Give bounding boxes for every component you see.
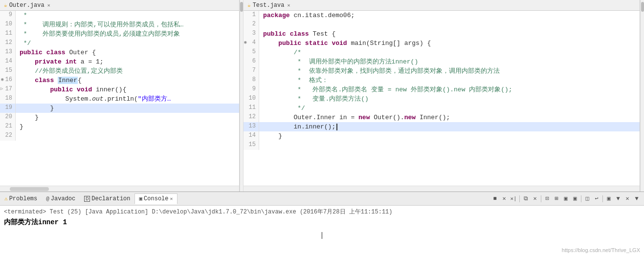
line-content: } xyxy=(259,131,640,141)
editor-area: ☕ Outer.java ✕ 9 * 10 * 调用规则：内部类,可以使用外部类… xyxy=(0,0,644,191)
open-console-button[interactable]: ◫ xyxy=(583,194,592,203)
line-content: * 依靠外部类对象，找到内部类，通过内部类对象，调用内部类的方法 xyxy=(259,66,640,76)
output-text: 内部类方法inner 1 xyxy=(4,218,67,226)
right-editor-pane: ☕ Test.java ✕ 1 package cn.itast.demo06;… xyxy=(244,0,640,191)
table-row: 13 public class Outer { xyxy=(0,48,239,57)
line-number: 18 xyxy=(0,94,16,104)
right-editor-tab[interactable]: ☕ Test.java ✕ xyxy=(244,0,640,11)
console-tab-close[interactable]: ✕ xyxy=(170,196,173,202)
close-console-button[interactable]: ✕ xyxy=(500,194,509,203)
maximize-button[interactable]: ▼ xyxy=(632,194,641,203)
line-number: 15 xyxy=(0,66,16,76)
table-row: 9 * 外部类名.内部类名 变量 = new 外部类对象().new 内部类对象… xyxy=(244,85,640,94)
line-number: 22 xyxy=(0,131,16,141)
bottom-tabs-bar: ⚠ Problems @ Javadoc D Declaration ▣ Con… xyxy=(0,192,644,206)
minimize-button[interactable]: ✕ xyxy=(623,194,632,203)
line-content: * 调用外部类中的内部类的方法inner() xyxy=(259,57,640,66)
table-row: 6 * 调用外部类中的内部类的方法inner() xyxy=(244,57,640,66)
line-content: } xyxy=(16,113,239,122)
line-number: 16◉ xyxy=(0,76,16,85)
line-content xyxy=(259,141,640,150)
pin-button[interactable]: ✕ xyxy=(531,194,539,203)
line-content: * 格式： xyxy=(259,76,640,85)
right-h-scrollbar[interactable] xyxy=(244,186,640,191)
scroll-lock-button[interactable]: ⊡ xyxy=(543,194,552,203)
console-cursor[interactable]: | xyxy=(320,232,324,239)
right-tab-label[interactable]: Test.java xyxy=(253,2,285,9)
show-console-button[interactable]: ▣ xyxy=(561,194,570,203)
declaration-icon: D xyxy=(84,196,90,202)
table-row: 4◉ public static void main(String[] args… xyxy=(244,39,640,48)
left-editor-pane: ☕ Outer.java ✕ 9 * 10 * 调用规则：内部类,可以使用外部类… xyxy=(0,0,240,191)
remove-button[interactable]: ✕| xyxy=(509,194,518,203)
right-code-area[interactable]: 1 package cn.itast.demo06; 2 3 public cl… xyxy=(244,11,640,186)
table-row: 18 System.out.println("内部类方… xyxy=(0,94,239,104)
divider3 xyxy=(581,195,581,202)
tab-declaration[interactable]: D Declaration xyxy=(80,193,134,204)
right-tab-close[interactable]: ✕ xyxy=(287,2,290,8)
line-number: 6 xyxy=(244,57,259,66)
table-row: 9 * xyxy=(0,11,239,20)
console-content: <terminated> Test (25) [Java Application… xyxy=(0,206,644,255)
line-number: 2 xyxy=(244,20,259,29)
line-number: 12 xyxy=(244,113,259,122)
show-console2-button[interactable]: ▣ xyxy=(571,194,579,203)
tab-javadoc[interactable]: @ Javadoc xyxy=(42,193,80,204)
word-wrap-button[interactable]: ⊞ xyxy=(552,194,561,203)
line-number: 4◉ xyxy=(244,39,259,48)
line-number: 21 xyxy=(0,122,16,131)
view-menu-button[interactable]: ▼ xyxy=(614,194,622,203)
left-editor-tab[interactable]: ☕ Outer.java ✕ xyxy=(0,0,239,11)
line-number: 10 xyxy=(0,20,16,29)
tab-javadoc-label: Javadoc xyxy=(51,195,75,202)
right-v-scrollbar[interactable] xyxy=(640,0,644,191)
java-file-icon: ☕ xyxy=(4,2,7,8)
problems-icon: ⚠ xyxy=(4,195,8,202)
java-file-icon-right: ☕ xyxy=(247,2,251,8)
line-number: 9 xyxy=(0,11,16,20)
left-v-scrollbar[interactable] xyxy=(240,0,244,191)
bottom-panel: ⚠ Problems @ Javadoc D Declaration ▣ Con… xyxy=(0,191,644,255)
line-number: 3 xyxy=(244,29,259,39)
line-content: //外部类成员位置,定义内部类 xyxy=(16,66,239,76)
divider xyxy=(519,195,520,202)
line-content: * 外部类名.内部类名 变量 = new 外部类对象().new 内部类对象()… xyxy=(259,85,640,94)
left-code-area[interactable]: 9 * 10 * 调用规则：内部类,可以使用外部类成员，包括私… 11 * 外部… xyxy=(0,11,239,186)
table-row: 13 in.inner(); xyxy=(244,122,640,131)
stop-button[interactable]: ■ xyxy=(490,194,499,203)
line-content: } xyxy=(16,104,239,113)
line-number: 7 xyxy=(244,66,259,76)
left-h-scrollbar[interactable] xyxy=(0,186,239,191)
table-row: 10 * 变量.内部类方法() xyxy=(244,94,640,104)
left-tab-label[interactable]: Outer.java xyxy=(9,2,44,9)
table-row: 14 private int a = 1; xyxy=(0,57,239,66)
tab-problems[interactable]: ⚠ Problems xyxy=(0,193,42,204)
line-content: * 调用规则：内部类,可以使用外部类成员，包括私… xyxy=(16,20,239,29)
console-toolbar: ■ ✕ ✕| ⧉ ✕ ⊡ ⊞ ▣ ▣ ◫ ↩ ▣ ▼ ✕ ▼ xyxy=(490,194,644,203)
table-row: 17▷ public void inner(){ xyxy=(0,85,239,94)
tab-console[interactable]: ▣ Console ✕ xyxy=(134,193,177,204)
line-content xyxy=(16,131,239,141)
right-code-lines: 1 package cn.itast.demo06; 2 3 public cl… xyxy=(244,11,640,150)
left-tab-close[interactable]: ✕ xyxy=(47,2,50,8)
divider4 xyxy=(602,195,603,202)
console-output-area[interactable]: <terminated> Test (25) [Java Application… xyxy=(0,206,644,255)
line-number: 13 xyxy=(244,122,259,131)
line-content: package cn.itast.demo06; xyxy=(259,11,640,20)
line-number: 9 xyxy=(244,85,259,94)
table-row: 22 xyxy=(0,131,239,141)
line-content: public class Outer { xyxy=(16,48,239,57)
line-content: System.out.println("内部类方… xyxy=(16,94,239,104)
line-content: Outer.Inner in = new Outer().new Inner()… xyxy=(259,113,640,122)
line-number: 12 xyxy=(0,39,16,48)
new-console-button[interactable]: ⧉ xyxy=(521,194,530,203)
table-row: 11 * 外部类要使用内部类的成员,必须建立内部类对象 xyxy=(0,29,239,39)
table-row: 7 * 依靠外部类对象，找到内部类，通过内部类对象，调用内部类的方法 xyxy=(244,66,640,76)
divider2 xyxy=(541,195,541,202)
tab-declaration-label: Declaration xyxy=(91,195,130,202)
table-row: 19 } xyxy=(0,104,239,113)
select-console-button[interactable]: ↩ xyxy=(592,194,601,203)
more-options-button[interactable]: ▣ xyxy=(604,194,613,203)
line-number: 15 xyxy=(244,141,259,150)
table-row: 14 } xyxy=(244,131,640,141)
